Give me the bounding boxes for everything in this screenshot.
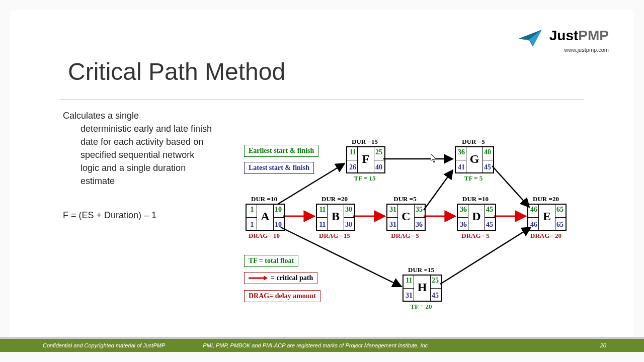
legend-latest: Latest start & finish — [244, 162, 314, 174]
legend-drag: DRAG= delay amount — [244, 290, 320, 302]
drag-d: DRAG= 5 — [453, 232, 498, 240]
brand-logo: JustPMP www.justpmp.com — [518, 28, 609, 53]
dur-h: DUR =15 — [403, 266, 440, 274]
footer-left: Confidential and Copyrighted material of… — [43, 342, 165, 348]
footer-center: PMI, PMP, PMBOK and PMI-ACP are register… — [203, 342, 428, 348]
svg-line-7 — [492, 166, 529, 207]
dur-b: DUR =20 — [316, 195, 353, 203]
footer-bar: Confidential and Copyrighted material of… — [0, 339, 644, 352]
drag-a: DRAG= 10 — [242, 232, 287, 240]
node-d: 36453645D — [457, 204, 496, 231]
dur-c: DUR =5 — [386, 195, 424, 203]
tf-f: TF = 15 — [346, 174, 383, 183]
legend-earliest: Earliest start & finish — [244, 145, 318, 157]
dur-d: DUR =10 — [457, 195, 494, 203]
node-a: 110110A — [246, 204, 285, 231]
node-b: 11301130B — [316, 204, 355, 231]
slide-title: Critical Path Method — [68, 58, 285, 85]
cpm-diagram: Earliest start & finish Latest start & f… — [242, 136, 594, 322]
drag-b: DRAG= 15 — [312, 232, 357, 240]
slide-canvas: JustPMP www.justpmp.com Critical Path Me… — [10, 10, 634, 352]
paper-plane-icon — [518, 29, 543, 48]
node-h: 11253145H — [403, 275, 442, 302]
dur-g: DUR =5 — [455, 138, 492, 146]
dur-f: DUR =15 — [346, 138, 383, 146]
title-divider — [60, 100, 584, 100]
node-c: 31353136C — [386, 204, 426, 231]
node-e: 46654665E — [527, 204, 567, 231]
red-arrow-icon — [249, 276, 268, 281]
dur-a: DUR =10 — [246, 195, 283, 203]
node-f: 11252640F — [346, 146, 385, 173]
legend-tf: TF = total float — [244, 255, 298, 267]
dur-e: DUR =20 — [527, 195, 565, 203]
tf-g: TF = 5 — [455, 174, 492, 183]
tf-h: TF = 20 — [403, 303, 440, 311]
footer-page: 20 — [600, 342, 606, 348]
svg-line-6 — [424, 170, 453, 210]
formula-text: F = (ES + Duration) – 1 — [63, 210, 156, 221]
node-g: 36404145G — [455, 146, 494, 173]
legend-critical: = critical path — [244, 272, 317, 284]
mouse-cursor-icon — [431, 154, 437, 163]
drag-c: DRAG= 5 — [382, 232, 428, 240]
description-text: Calculates a single deterministic early … — [63, 109, 214, 188]
logo-text: JustPMP — [549, 28, 609, 43]
drag-e: DRAG= 20 — [523, 232, 569, 240]
